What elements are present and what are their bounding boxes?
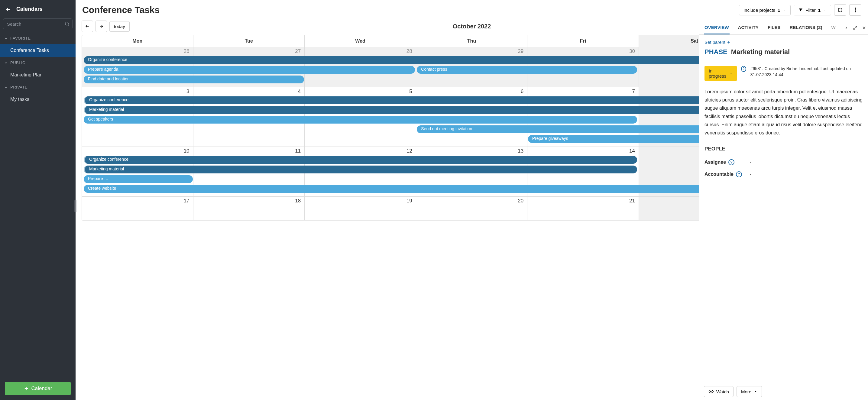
tab-more-overflow[interactable]: W [831, 21, 836, 34]
work-package-title[interactable]: Marketing material [731, 48, 790, 56]
date-cell[interactable]: 30 [527, 47, 639, 56]
caret-down-icon [782, 8, 786, 12]
arrow-right-icon [99, 24, 104, 29]
assignee-label: Assignee [705, 160, 726, 165]
tab-overview[interactable]: OVERVIEW [704, 21, 730, 34]
tab-files[interactable]: FILES [767, 21, 781, 34]
section-public[interactable]: PUBLIC [0, 57, 75, 69]
date-cell[interactable]: 11 [193, 147, 305, 155]
close-panel[interactable] [862, 25, 867, 30]
today-button[interactable]: today [110, 21, 130, 32]
people-section-title: PEOPLE [705, 146, 863, 152]
date-cell[interactable]: 14 [527, 147, 639, 155]
expand-diagonal-icon [852, 25, 858, 30]
sidebar: Calendars FAVORITE Conference Tasks PUBL… [0, 0, 75, 400]
status-dropdown[interactable]: In progress [705, 66, 737, 81]
sidebar-item-conference-tasks[interactable]: Conference Tasks [0, 44, 75, 57]
resize-handle[interactable] [74, 200, 77, 212]
expand-panel[interactable] [852, 25, 858, 30]
date-cell[interactable]: 13 [416, 147, 528, 155]
svg-point-0 [65, 22, 69, 25]
event-bar[interactable]: Organize conference [84, 156, 637, 164]
sidebar-item-my-tasks[interactable]: My tasks [0, 93, 75, 106]
expand-icon [838, 7, 843, 12]
watch-button[interactable]: Watch [704, 386, 734, 397]
filter-dropdown[interactable]: Filter 1 [794, 5, 831, 15]
section-label: FAVORITE [10, 36, 31, 40]
back-icon[interactable] [5, 7, 11, 12]
accountable-value[interactable]: - [750, 172, 751, 177]
date-cell[interactable]: 19 [305, 197, 416, 205]
more-menu-button[interactable] [849, 4, 861, 16]
more-dropdown[interactable]: More [737, 386, 762, 397]
more-label: More [741, 389, 751, 394]
date-cell[interactable]: 26 [82, 47, 193, 56]
date-cell[interactable]: 29 [416, 47, 528, 56]
dow-header: Fri [527, 35, 639, 47]
set-parent-link[interactable]: Set parent [705, 40, 731, 45]
prev-button[interactable] [82, 21, 93, 32]
status-label: In progress [709, 68, 727, 78]
arrow-left-icon [85, 24, 90, 29]
new-calendar-label: Calendar [31, 386, 52, 392]
date-cell[interactable]: 3 [82, 87, 193, 96]
dow-header: Tue [193, 35, 305, 47]
date-cell[interactable]: 5 [305, 87, 416, 96]
detail-panel: OVERVIEW ACTIVITY FILES RELATIONS (2) W [699, 19, 868, 400]
dow-header: Wed [305, 35, 416, 47]
search-icon [64, 21, 70, 27]
new-calendar-button[interactable]: Calendar [5, 382, 71, 395]
help-icon[interactable]: ? [741, 66, 746, 72]
tab-relations[interactable]: RELATIONS (2) [789, 21, 823, 34]
sidebar-title[interactable]: Calendars [16, 6, 42, 12]
date-cell[interactable]: 6 [416, 87, 528, 96]
fullscreen-button[interactable] [834, 4, 846, 16]
assignee-value[interactable]: - [750, 160, 751, 165]
date-cell[interactable]: 27 [193, 47, 305, 56]
accountable-label: Accountable [705, 172, 734, 177]
date-cell[interactable]: 12 [305, 147, 416, 155]
date-cell[interactable]: 17 [82, 197, 193, 205]
chevron-up-icon [4, 61, 8, 65]
description[interactable]: Lorem ipsum dolor sit amet porta bibendu… [705, 88, 863, 137]
svg-point-4 [711, 391, 712, 393]
chevron-up-icon [4, 37, 8, 40]
tabs-scroll-right[interactable] [844, 26, 848, 30]
next-button[interactable] [95, 21, 107, 32]
section-label: PUBLIC [10, 60, 25, 65]
event-bar[interactable]: Prepare agenda [84, 66, 415, 74]
date-cell[interactable]: 10 [82, 147, 193, 155]
date-cell[interactable]: 4 [193, 87, 305, 96]
help-icon[interactable]: ? [736, 171, 742, 177]
event-bar[interactable]: Contact press [417, 66, 637, 74]
sidebar-item-marketing-plan[interactable]: Marketing Plan [0, 69, 75, 81]
date-cell[interactable]: 28 [305, 47, 416, 56]
date-cell[interactable]: 21 [527, 197, 639, 205]
dow-header: Thu [416, 35, 528, 47]
chevron-right-icon [844, 26, 848, 30]
work-package-type: PHASE [705, 48, 727, 56]
tab-activity[interactable]: ACTIVITY [738, 21, 759, 34]
filter-icon [798, 7, 803, 12]
search-input[interactable] [3, 19, 72, 29]
watch-label: Watch [716, 389, 729, 394]
event-bar[interactable]: Get speakers [84, 116, 637, 124]
date-cell[interactable]: 18 [193, 197, 305, 205]
svg-point-1 [855, 7, 856, 9]
caret-down-icon [754, 390, 757, 393]
section-label: PRIVATE [10, 85, 28, 90]
event-bar[interactable]: Prepare … [84, 175, 193, 183]
filter-count: 1 [818, 7, 820, 13]
event-bar[interactable]: Marketing material [84, 166, 637, 173]
help-icon[interactable]: ? [728, 159, 735, 165]
date-cell[interactable]: 20 [416, 197, 528, 205]
section-favorite[interactable]: FAVORITE [0, 32, 75, 44]
section-private[interactable]: PRIVATE [0, 81, 75, 93]
include-projects-dropdown[interactable]: Include projects 1 [739, 5, 790, 15]
search-input-field[interactable] [7, 22, 64, 27]
close-icon [862, 25, 867, 30]
include-projects-count: 1 [778, 7, 780, 13]
meta-info: #6581: Created by Birthe Lindenthal. Las… [750, 66, 863, 78]
event-bar[interactable]: Find date and location [84, 75, 304, 84]
date-cell[interactable]: 7 [527, 87, 639, 96]
